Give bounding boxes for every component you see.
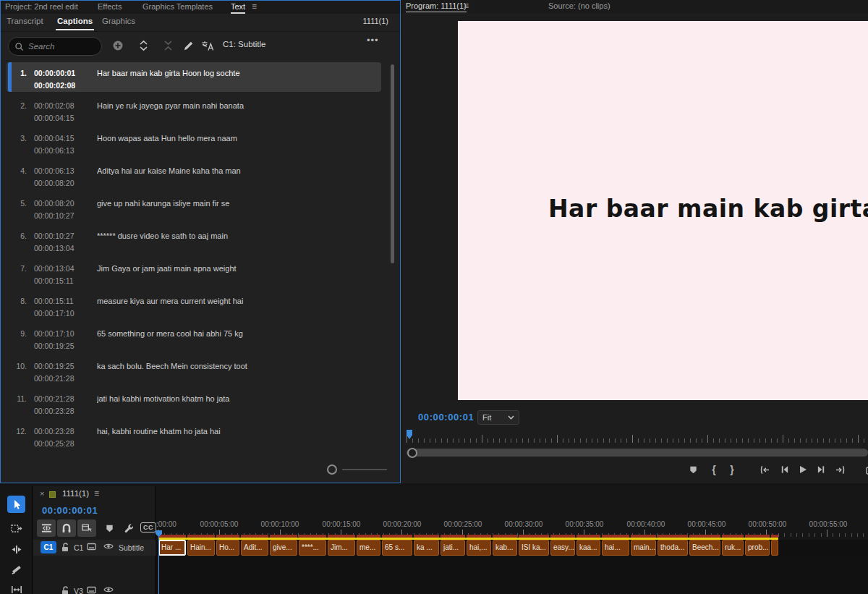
caption-clip[interactable]: ****...	[299, 540, 326, 556]
tab-text[interactable]: Text	[231, 2, 245, 11]
program-time-ruler[interactable]	[407, 431, 868, 443]
linked-selection-button[interactable]	[77, 519, 96, 537]
caption-clip[interactable]: main...	[631, 540, 656, 556]
caption-row[interactable]: 4.00:00:06:1300:00:08:20Aditya hai aur k…	[1, 160, 400, 192]
translate-icon[interactable]	[198, 36, 217, 55]
play-button[interactable]	[796, 463, 809, 476]
caption-row[interactable]: 12.00:00:23:2800:00:25:28hai, kabhi rout…	[1, 420, 400, 453]
caption-row[interactable]: 6.00:00:10:2700:00:13:04****** dusre vid…	[1, 225, 400, 258]
caption-track-target-badge[interactable]: C1	[41, 541, 56, 553]
slip-tool[interactable]	[7, 581, 25, 594]
tab-program[interactable]: Program: 1111(1)	[406, 1, 467, 10]
caption-row[interactable]: 7.00:00:13:0400:00:15:11Jim Gaya or jam …	[1, 258, 400, 290]
caption-clip[interactable]: Jim...	[328, 540, 355, 556]
program-scrollbar[interactable]	[407, 449, 868, 457]
edit-caption-icon[interactable]	[179, 36, 197, 55]
caption-clip[interactable]: Beech...	[689, 540, 720, 556]
tab-captions[interactable]: Captions	[57, 17, 93, 25]
timeline-marker-icon[interactable]	[101, 519, 118, 537]
razor-tool[interactable]	[7, 561, 25, 578]
search-input[interactable]	[28, 42, 92, 51]
mark-in-button[interactable]: {	[707, 463, 720, 476]
split-caption-button[interactable]	[134, 36, 153, 55]
ripple-edit-tool[interactable]	[7, 540, 25, 558]
close-sequence-icon[interactable]: ×	[40, 489, 44, 498]
caption-number: 2.	[7, 101, 27, 110]
tab-project[interactable]: Project: 2nd reel edit	[5, 2, 78, 11]
tab-graphics-templates[interactable]: Graphics Templates	[142, 2, 213, 11]
selection-tool[interactable]	[7, 496, 25, 513]
caption-clip[interactable]: ka ...	[414, 540, 439, 556]
caption-clip[interactable]: Har ...	[158, 540, 186, 556]
mark-out-button[interactable]: }	[726, 463, 739, 476]
caption-clip[interactable]: easy...	[550, 540, 575, 556]
caption-row[interactable]: 10.00:00:19:2500:00:21:28ka sach bolu. B…	[1, 355, 400, 388]
caption-row[interactable]: 11.00:00:21:2800:00:23:28jati hai kabhi …	[1, 388, 400, 420]
step-back-button[interactable]	[778, 463, 791, 476]
caption-row[interactable]: 3.00:00:04:1500:00:06:13Hoon wapas aata …	[1, 127, 400, 160]
sequence-tab[interactable]: 1111(1)	[62, 489, 89, 498]
track-visibility-eye-icon[interactable]	[103, 586, 114, 593]
search-box[interactable]	[8, 37, 102, 56]
snap-toggle-button[interactable]	[57, 519, 76, 537]
caption-start-time: 00:00:10:27	[34, 232, 74, 240]
captions-zoom-handle[interactable]	[327, 464, 337, 475]
caption-clip[interactable]: kaa...	[576, 540, 600, 556]
track-output-icon[interactable]	[87, 586, 96, 594]
tab-effects[interactable]: Effects	[98, 2, 122, 11]
caption-row[interactable]: 2.00:00:02:0800:00:04:15Hain ye ruk jaye…	[1, 95, 400, 127]
caption-row[interactable]: 5.00:00:08:2000:00:10:27give up nahi kar…	[1, 192, 400, 225]
track-output-icon[interactable]	[87, 543, 96, 551]
export-frame-button[interactable]	[865, 463, 868, 476]
go-to-out-button[interactable]	[833, 463, 846, 476]
caption-row[interactable]: 9.00:00:17:1000:00:19:2565 something or …	[1, 323, 400, 355]
caption-clip[interactable]: Ho...	[216, 540, 239, 556]
panel-menu-icon[interactable]: ≡	[252, 1, 257, 12]
caption-clip[interactable]: Adit...	[241, 540, 268, 556]
step-forward-button[interactable]	[814, 463, 827, 476]
caption-clip[interactable]: give...	[270, 540, 297, 556]
caption-clip[interactable]: prob...	[745, 540, 770, 556]
lock-icon[interactable]	[61, 543, 69, 552]
tab-source[interactable]: Source: (no clips)	[548, 1, 610, 10]
program-menu-icon[interactable]: ≡	[464, 1, 469, 11]
caption-clip[interactable]: 65 s...	[382, 540, 412, 556]
zoom-level-dropdown[interactable]: Fit	[477, 410, 519, 425]
timeline-settings-wrench-icon[interactable]	[120, 519, 137, 537]
program-timecode[interactable]: 00:00:00:01	[418, 412, 474, 423]
caption-clip[interactable]: kab...	[493, 540, 517, 556]
caption-clip[interactable]: Hain...	[187, 540, 215, 556]
go-to-in-button[interactable]	[758, 463, 771, 476]
caption-row[interactable]: 8.00:00:15:1100:00:17:10measure kiya aur…	[1, 290, 400, 323]
tab-graphics[interactable]: Graphics	[102, 17, 135, 25]
caption-clip[interactable]: ruk...	[722, 540, 744, 556]
program-scroll-handle[interactable]	[407, 448, 417, 458]
add-marker-button[interactable]	[686, 463, 699, 476]
track-select-forward-tool[interactable]	[7, 520, 25, 538]
caption-clip[interactable]: hai,...	[467, 540, 491, 556]
caption-clip[interactable]: ISI ka...	[519, 540, 549, 556]
merge-captions-button[interactable]	[158, 36, 177, 55]
caption-end-time: 00:00:04:15	[34, 114, 74, 122]
add-caption-button[interactable]	[109, 36, 127, 55]
caption-clip[interactable]: me...	[357, 540, 380, 556]
tab-transcript[interactable]: Transcript	[7, 17, 43, 25]
caption-row[interactable]: 1.00:00:00:0100:00:02:08Har baar main ka…	[1, 62, 400, 95]
ruler-tick-label: 00:00:05:00	[200, 520, 239, 528]
more-options-icon[interactable]: •••	[367, 35, 379, 46]
caption-clip[interactable]: hai...	[602, 540, 629, 556]
nest-insert-toggle-button[interactable]	[37, 519, 56, 537]
lock-icon[interactable]	[61, 586, 69, 594]
timeline-playhead-line[interactable]	[158, 530, 159, 594]
caption-number: 7.	[7, 264, 27, 273]
caption-end-time: 00:00:19:25	[34, 341, 74, 350]
timeline-timecode[interactable]: 00:00:00:01	[42, 505, 98, 516]
captions-display-icon[interactable]: CC	[140, 522, 156, 533]
search-icon	[14, 42, 24, 51]
caption-clip[interactable]	[771, 540, 778, 556]
caption-clip[interactable]: thoda...	[658, 540, 688, 556]
captions-scrollbar[interactable]	[391, 64, 394, 263]
caption-clip[interactable]: jati...	[441, 540, 465, 556]
timeline-menu-icon[interactable]: ≡	[94, 488, 99, 498]
track-visibility-eye-icon[interactable]	[103, 543, 114, 550]
